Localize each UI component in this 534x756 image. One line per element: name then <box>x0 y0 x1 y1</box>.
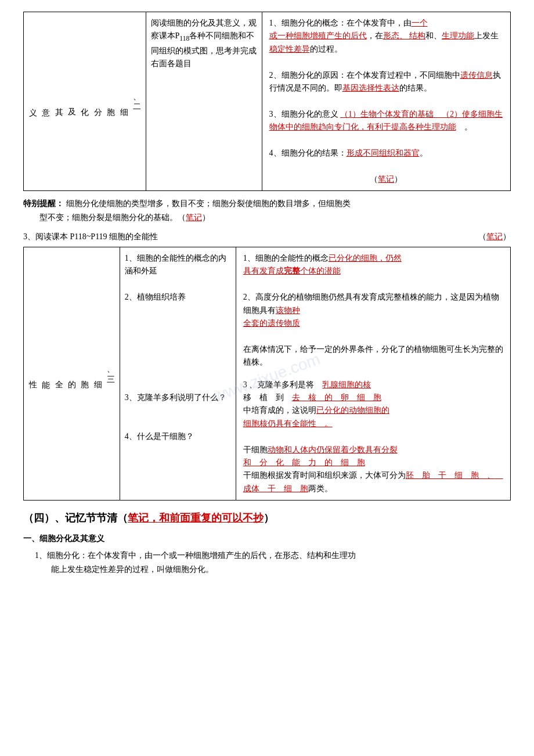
answer-underline-2: 形态、 结构 <box>383 31 426 40</box>
answer-t2-1: 1、细胞的全能性的概念已分化的细胞，仍然具有发育成完整个体的潜能 <box>243 252 503 278</box>
answer-item-2: 2、细胞分化的原因：在个体发育过程中，不同细胞中遗传信息执行情况是不同的。即基因… <box>269 69 503 95</box>
answer-cell-totipotency-2: 3 、克隆羊多利是将 乳腺细胞的核移 植 到 去 核 的 卵 细 胞中培育成的，… <box>236 374 510 501</box>
answer-t2-underline-3: 乳腺细胞的核 <box>322 380 371 389</box>
table-row: 二、细胞分化及其意义 阅读细胞的分化及其意义，观察课本P118各种不同细胞和不同… <box>24 12 511 191</box>
note-link-2: 笔记 <box>186 213 202 222</box>
answer-t2-underline-7: 胚 胎 干 细 胞 、 成体 干 细 胞 <box>243 471 503 492</box>
question-cell-totipotency: 1、细胞的全能性的概念的内涵和外延 2、植物组织培养 <box>120 247 236 374</box>
answer-underline-5: 遗传信息 <box>460 71 493 80</box>
answer-item-4: 4、细胞分化的结果：形成不同组织和器官。 <box>269 147 503 160</box>
answer-t2-4: 3 、克隆羊多利是将 乳腺细胞的核移 植 到 去 核 的 卵 细 胞中培育成的，… <box>243 379 503 431</box>
answer-underline-6: 基因选择性表达 <box>342 84 399 92</box>
question-text: 阅读细胞的分化及其意义，观察课本P118各种不同细胞和不同组织的模式图，思考并完… <box>151 19 257 68</box>
answer-t2-underline-2: 该物种全套的遗传物质 <box>243 306 300 327</box>
answer-cell-differentiation: 1、细胞分化的概念：在个体发育中，由一个或一种细胞增殖产生的后代，在形态、 结构… <box>262 12 510 191</box>
note-link-1: 笔记 <box>378 175 394 183</box>
answer-item-1: 1、细胞分化的概念：在个体发育中，由一个或一种细胞增殖产生的后代，在形态、 结构… <box>269 17 503 56</box>
answer-item-3: 3、细胞分化的意义 （1）生物个体发育的基础 （2）使多细胞生物体中的细胞趋向专… <box>269 108 503 134</box>
answer-t2-underline-6: 动物和人体内仍保留着少数具有分裂和 分 化 能 力 的 细 胞 <box>243 445 398 467</box>
answer-t2-2: 2、高度分化的植物细胞仍然具有发育成完整植株的能力，这是因为植物细胞具有该物种全… <box>243 291 503 330</box>
table-row-totipotency: 三、细胞的全能性 1、细胞的全能性的概念的内涵和外延 2、植物组织培养 1、细胞… <box>24 247 511 374</box>
answer-t2-underline-4: 去 核 的 卵 细 胞 <box>292 393 381 402</box>
special-notice-label: 特别提醒： <box>23 199 64 208</box>
answer-underline-7: （1）生物个体发育的基础 （2）使多细胞生物体中的细胞趋向专门化，有利于提高各种… <box>269 110 503 131</box>
q4: 4、什么是干细胞？ <box>125 430 231 443</box>
answer-t2-underline-1: 已分化的细胞，仍然具有发育成完整个体的潜能 <box>243 254 402 275</box>
section4-title: （四）、记忆节节清（笔记，和前面重复的可以不抄） <box>23 510 511 527</box>
answer-t2-underline-5: 已分化的动物细胞的细胞核仍具有全能性 。 <box>243 406 389 427</box>
section4-container: （四）、记忆节节清（笔记，和前面重复的可以不抄） 一、细胞分化及其意义 1、细胞… <box>23 510 511 577</box>
sub-section-1: 一、细胞分化及其意义 <box>23 532 511 545</box>
q1: 1、细胞的全能性的概念的内涵和外延 <box>125 252 231 278</box>
answer-cell-totipotency-1: 1、细胞的全能性的概念已分化的细胞，仍然具有发育成完整个体的潜能 2、高度分化的… <box>236 247 510 374</box>
item1-differentiation: 1、细胞分化：在个体发育中，由一个或一种细胞增殖产生的后代，在形态、结构和生理功… <box>35 549 511 577</box>
question-cell-totipotency-2: 3、克隆羊多利说明了什么？ 4、什么是干细胞？ <box>120 374 236 501</box>
section3-title-left: 3、阅读课本 P118~P119 细胞的全能性 <box>23 231 158 243</box>
table-differentiation: 二、细胞分化及其意义 阅读细胞的分化及其意义，观察课本P118各种不同细胞和不同… <box>23 12 511 191</box>
section3-title-right: （笔记） <box>478 231 511 243</box>
q2: 2、植物组织培养 <box>125 291 231 304</box>
answer-t2-5: 干细胞动物和人体内仍保留着少数具有分裂和 分 化 能 力 的 细 胞干细胞根据发… <box>243 444 503 496</box>
note-link-4: 笔记，和前面重复的可以不抄 <box>128 512 264 524</box>
section-label-differentiation: 二、细胞分化及其意义 <box>24 12 146 191</box>
answer-t2-3: 在离体情况下，给予一定的外界条件，分化了的植物细胞可生长为完整的植株。 <box>243 343 503 369</box>
table-totipotency: 三、细胞的全能性 1、细胞的全能性的概念的内涵和外延 2、植物组织培养 1、细胞… <box>23 247 511 501</box>
section-label-totipotency: 三、细胞的全能性 <box>24 247 120 501</box>
answer-underline-4: 稳定性差异 <box>269 45 310 53</box>
section3-header: 3、阅读课本 P118~P119 细胞的全能性 （笔记） <box>23 231 511 243</box>
answer-underline-8: 形成不同组织和器官 <box>347 149 420 157</box>
special-notice-text: 细胞分化使细胞的类型增多，数目不变；细胞分裂使细胞的数目增多，但细胞类 型不变；… <box>23 199 351 222</box>
answer-note: （笔记） <box>269 173 503 186</box>
q3: 3、克隆羊多利说明了什么？ <box>125 391 231 404</box>
answer-underline-3: 生理功能 <box>442 31 474 40</box>
special-notice: 特别提醒： 细胞分化使细胞的类型增多，数目不变；细胞分裂使细胞的数目增多，但细胞… <box>23 197 511 225</box>
question-cell-differentiation: 阅读细胞的分化及其意义，观察课本P118各种不同细胞和不同组织的模式图，思考并完… <box>146 12 262 191</box>
note-link-3: 笔记 <box>486 232 503 241</box>
